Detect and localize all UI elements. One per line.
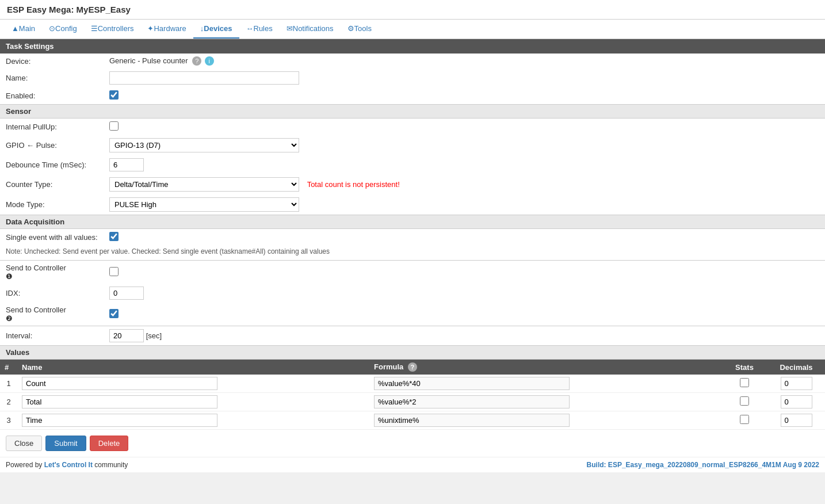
idx-label: IDX:	[0, 284, 104, 303]
footer-right: Build: ESP_Easy_mega_20220809_normal_ESP…	[587, 461, 819, 469]
counter-type-select[interactable]: Delta/Total/Time Delta Total Time	[109, 177, 299, 192]
device-value: Generic - Pulse counter	[109, 56, 188, 65]
counter-type-warning: Total count is not persistent!	[307, 180, 400, 189]
footer-left: Powered by Let's Control It community	[6, 461, 128, 469]
send-controller-2-label: Send to Controller ❷	[0, 303, 104, 326]
send-controller-1-checkbox[interactable]	[109, 267, 119, 276]
single-event-checkbox[interactable]	[109, 232, 119, 241]
value-name-input[interactable]	[22, 395, 217, 408]
single-event-label: Single event with all values:	[0, 229, 104, 246]
device-info-icon[interactable]: i	[205, 56, 214, 66]
enabled-checkbox[interactable]	[109, 90, 119, 100]
gpio-select[interactable]: GPIO-13 (D7) GPIO-0 (D3) GPIO-2 (D4) GPI…	[109, 138, 299, 152]
gpio-label: GPIO ← Pulse:	[0, 135, 104, 155]
col-decimals: Decimals	[767, 360, 825, 375]
name-input[interactable]: ha_pulse_cnt	[109, 71, 299, 85]
interval-unit: [sec]	[146, 331, 162, 340]
col-name: Name	[17, 360, 369, 375]
nav-tools[interactable]: ⚙Tools	[341, 20, 379, 39]
stats-checkbox[interactable]	[740, 378, 749, 387]
nav-rules[interactable]: ↔Rules	[239, 20, 280, 39]
table-row: 2	[0, 393, 825, 411]
nav-notifications[interactable]: ✉Notifications	[280, 20, 341, 39]
navigation: ▲Main ⊙Config ☰Controllers ✦Hardware ↓De…	[0, 20, 825, 39]
mode-type-label: Mode Type:	[0, 194, 104, 215]
formula-help-icon[interactable]: ?	[408, 362, 417, 372]
row-number: 2	[6, 398, 10, 406]
task-settings-header: Task Settings	[0, 39, 825, 54]
delete-button[interactable]: Delete	[90, 436, 129, 451]
stats-checkbox[interactable]	[740, 396, 749, 406]
footer-link[interactable]: Let's Control It	[44, 461, 93, 469]
row-number: 1	[6, 379, 10, 388]
decimals-input[interactable]	[781, 414, 812, 427]
nav-devices[interactable]: ↓Devices	[193, 20, 239, 39]
page-title: ESP Easy Mega: MyESP_Easy	[7, 5, 818, 14]
value-name-input[interactable]	[22, 377, 217, 390]
sensor-header: Sensor	[0, 104, 825, 119]
formula-input[interactable]	[374, 377, 570, 390]
nav-main[interactable]: ▲Main	[5, 20, 42, 39]
debounce-label: Debounce Time (mSec):	[0, 155, 104, 174]
interval-input[interactable]	[109, 329, 144, 342]
device-label: Device:	[0, 54, 104, 68]
col-stats: Stats	[721, 360, 767, 375]
value-name-input[interactable]	[22, 414, 217, 427]
nav-controllers[interactable]: ☰Controllers	[84, 20, 141, 39]
submit-button[interactable]: Submit	[45, 436, 86, 451]
device-help-icon[interactable]: ?	[192, 56, 201, 66]
col-hash: #	[0, 360, 17, 375]
nav-hardware[interactable]: ✦Hardware	[140, 20, 193, 39]
mode-type-select[interactable]: PULSE High PULSE Low PULSE Change LOW HI…	[109, 197, 299, 212]
stats-checkbox[interactable]	[740, 415, 749, 424]
enabled-label: Enabled:	[0, 87, 104, 104]
table-row: 3	[0, 411, 825, 430]
row-number: 3	[6, 416, 10, 425]
internal-pullup-label: Internal PullUp:	[0, 119, 104, 135]
col-formula: Formula ?	[369, 360, 721, 375]
nav-config[interactable]: ⊙Config	[42, 20, 84, 39]
name-label: Name:	[0, 68, 104, 87]
formula-input[interactable]	[374, 414, 570, 427]
table-row: 1	[0, 375, 825, 393]
close-button[interactable]: Close	[6, 436, 42, 451]
counter-type-label: Counter Type:	[0, 174, 104, 194]
send-controller-1-label: Send to Controller ❶	[0, 261, 104, 284]
values-header: Values	[0, 345, 825, 360]
decimals-input[interactable]	[781, 377, 812, 390]
debounce-input[interactable]	[109, 158, 144, 171]
single-event-note: Note: Unchecked: Send event per value. C…	[0, 246, 825, 260]
data-acquisition-header: Data Acquisition	[0, 215, 825, 229]
send-controller-2-checkbox[interactable]	[109, 309, 119, 318]
internal-pullup-checkbox[interactable]	[109, 121, 119, 131]
idx-input[interactable]	[109, 287, 144, 300]
interval-label: Interval:	[0, 326, 104, 345]
formula-input[interactable]	[374, 395, 570, 408]
decimals-input[interactable]	[781, 395, 812, 408]
